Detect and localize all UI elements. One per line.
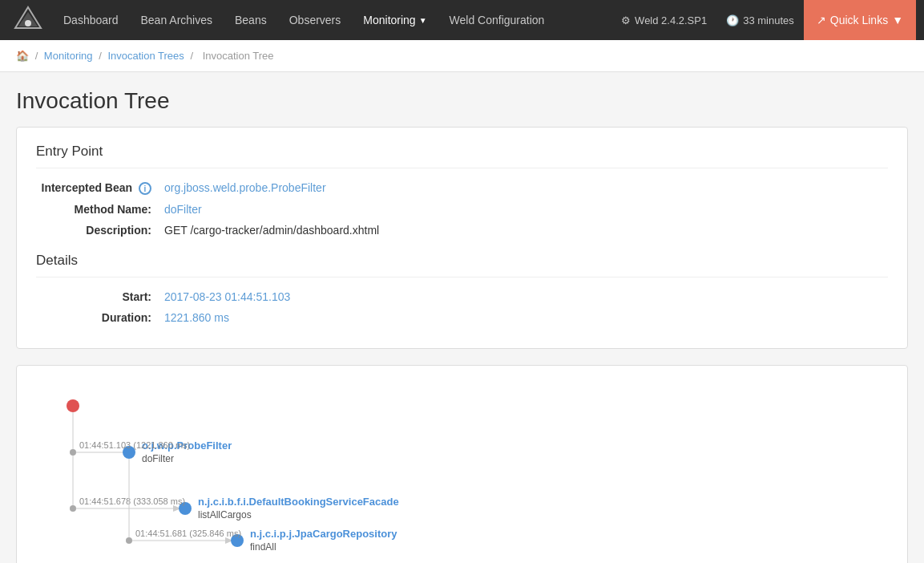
duration-label: Duration: xyxy=(36,311,164,324)
start-row: Start: 2017-08-23 01:44:51.103 xyxy=(36,290,888,303)
weld-version-info: ⚙ Weld 2.4.2.SP1 xyxy=(611,0,716,40)
node2-timing: 01:44:51.678 (333.058 ms) xyxy=(79,496,185,506)
main-content: Invocation Tree Entry Point Intercepted … xyxy=(0,72,924,563)
breadcrumb-invocation-trees-link[interactable]: Invocation Trees xyxy=(107,50,184,62)
node1-method: doFilter xyxy=(142,453,174,464)
entry-point-section-title: Entry Point xyxy=(36,144,888,168)
nav-items: Dashboard Bean Archives Beans Observers … xyxy=(52,0,611,40)
gear-icon: ⚙ xyxy=(621,14,631,26)
breadcrumb-monitoring-link[interactable]: Monitoring xyxy=(44,50,93,62)
monitoring-dropdown-caret: ▼ xyxy=(419,16,427,25)
description-row: Description: GET /cargo-tracker/admin/da… xyxy=(36,224,888,237)
node3-method: findAll xyxy=(250,541,276,553)
nav-dashboard[interactable]: Dashboard xyxy=(52,0,130,40)
quick-links-button[interactable]: ↗ Quick Links ▼ xyxy=(804,0,916,40)
node2-name: n.j.c.i.b.f.i.DefaultBookingServiceFacad… xyxy=(198,496,399,508)
root-node-dot xyxy=(67,399,79,412)
breadcrumb-sep1: / xyxy=(35,50,41,62)
details-section-title: Details xyxy=(36,253,888,277)
node1-timing: 01:44:51.103 (1221.860 ms) xyxy=(79,440,190,450)
breadcrumb-sep2: / xyxy=(99,50,104,62)
node2-method: listAllCargos xyxy=(198,509,252,520)
entry-point-card: Entry Point Intercepted Bean i org.jboss… xyxy=(16,127,908,349)
start-value: 2017-08-23 01:44:51.103 xyxy=(164,290,290,303)
breadcrumb: 🏠 / Monitoring / Invocation Trees / Invo… xyxy=(0,40,924,72)
nav-observers[interactable]: Observers xyxy=(278,0,353,40)
svg-point-2 xyxy=(25,20,31,26)
duration-row: Duration: 1221.860 ms xyxy=(36,311,888,324)
breadcrumb-sep3: / xyxy=(190,50,196,62)
nav-beans[interactable]: Beans xyxy=(224,0,278,40)
duration-value: 1221.860 ms xyxy=(164,311,229,324)
start-label: Start: xyxy=(36,290,164,303)
connector-dot-1 xyxy=(70,449,76,456)
method-name-value: doFilter xyxy=(164,203,202,216)
tree-visualization: o.j.w.p.ProbeFilter doFilter 01:44:51.10… xyxy=(33,382,891,561)
quick-links-caret: ▼ xyxy=(892,14,903,26)
method-name-row: Method Name: doFilter xyxy=(36,203,888,216)
tree-card: o.j.w.p.ProbeFilter doFilter 01:44:51.10… xyxy=(16,365,908,563)
clock-icon: 🕐 xyxy=(726,14,739,26)
breadcrumb-home-link[interactable]: 🏠 xyxy=(16,50,29,62)
nav-monitoring[interactable]: Monitoring ▼ xyxy=(352,0,438,40)
intercepted-bean-row: Intercepted Bean i org.jboss.weld.probe.… xyxy=(36,181,888,195)
nav-bean-archives[interactable]: Bean Archives xyxy=(130,0,224,40)
external-link-icon: ↗ xyxy=(817,14,826,26)
breadcrumb-current: Invocation Tree xyxy=(203,50,274,62)
info-icon: i xyxy=(139,182,151,195)
nav-right: ⚙ Weld 2.4.2.SP1 🕐 33 minutes ↗ Quick Li… xyxy=(611,0,916,40)
tree-svg: o.j.w.p.ProbeFilter doFilter 01:44:51.10… xyxy=(33,382,754,558)
intercepted-bean-label: Intercepted Bean i xyxy=(36,181,164,195)
connector-dot-2 xyxy=(70,505,76,512)
node3-name: n.j.c.i.p.j.JpaCargoRepository xyxy=(250,528,397,540)
description-label: Description: xyxy=(36,224,164,237)
app-logo xyxy=(8,0,48,40)
method-name-label: Method Name: xyxy=(36,203,164,216)
nav-weld-configuration[interactable]: Weld Configuration xyxy=(438,0,556,40)
time-ago-info: 🕐 33 minutes xyxy=(716,0,804,40)
connector-dot-3 xyxy=(126,537,132,544)
node3-timing: 01:44:51.681 (325.846 ms) xyxy=(135,529,241,538)
description-value: GET /cargo-tracker/admin/dashboard.xhtml xyxy=(164,224,379,237)
page-title: Invocation Tree xyxy=(16,88,908,114)
navbar: Dashboard Bean Archives Beans Observers … xyxy=(0,0,924,40)
intercepted-bean-value: org.jboss.weld.probe.ProbeFilter xyxy=(164,181,326,194)
